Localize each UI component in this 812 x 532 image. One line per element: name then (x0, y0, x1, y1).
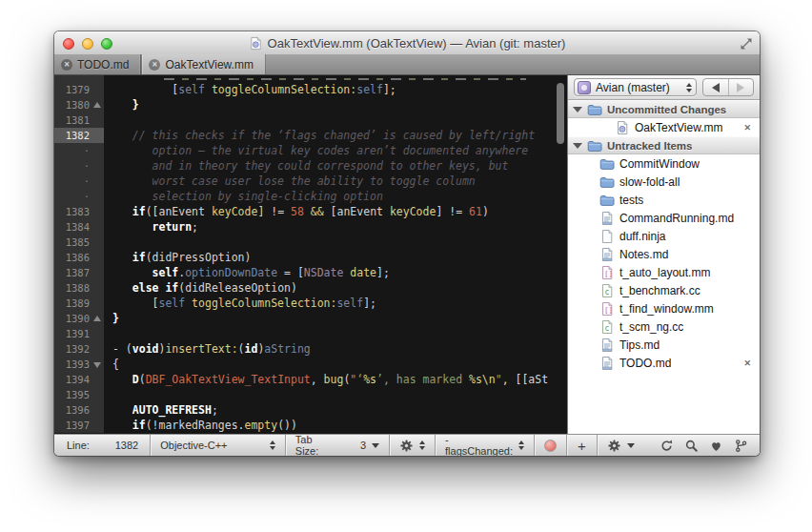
branch-selector-popup[interactable]: Avian (master) (574, 78, 697, 96)
refresh-button[interactable] (660, 439, 674, 453)
code-text[interactable] (104, 326, 567, 341)
tab-close-icon[interactable]: ✕ (61, 59, 72, 71)
gutter-line-number: 1389 (54, 296, 104, 311)
code-text[interactable]: option — the virtual key codes aren’t do… (104, 143, 567, 158)
favorites-heart-button[interactable] (709, 439, 723, 453)
list-item-t-auto-layout-mm[interactable]: []t_auto_layout.mm (568, 263, 760, 281)
file-status-list: Uncommitted ChangesOakTextView.mm✕Untrac… (568, 100, 760, 434)
list-item-oaktextview-mm[interactable]: OakTextView.mm✕ (568, 118, 760, 136)
gutter-line-number: 1395 (54, 387, 104, 402)
editor-scrollbar-thumb[interactable] (557, 83, 564, 144)
macro-recording (535, 435, 566, 456)
item-label: CommandRunning.md (619, 212, 734, 225)
list-item-t-benchmark-cc[interactable]: ct_benchmark.cc (568, 281, 760, 299)
code-line: 1386 if(didPressOption) (54, 250, 567, 265)
code-text[interactable]: self.optionDownDate = [NSDate date]; (104, 265, 567, 280)
code-text[interactable]: - (void)insertText:(id)aString (104, 341, 567, 357)
repository-icon (578, 81, 591, 94)
code-text[interactable] (104, 387, 567, 402)
tab-size-selector[interactable]: Tab Size: 3 (286, 435, 389, 456)
title-bar[interactable]: OakTextView.mm (OakTextView) — Avian (gi… (54, 31, 760, 54)
code-text[interactable]: return; (104, 219, 567, 235)
code-text[interactable]: worst case user lose the ability to togg… (104, 174, 567, 189)
bundle-actions-selector[interactable] (390, 435, 435, 456)
code-line: 1397 if(!markedRanges.empty()) (54, 418, 567, 433)
gutter-wrap-dot: · (54, 174, 104, 189)
code-line: 1382 // this checks if the ‘flags change… (54, 128, 567, 143)
list-item-t-find-window-mm[interactable]: []t_find_window.mm (568, 299, 760, 317)
gutter-line-number: 1379 (54, 82, 104, 97)
tab-oaktextview-mm[interactable]: ✕ OakTextView.mm (141, 54, 265, 74)
code-text[interactable]: { (104, 357, 567, 372)
code-text[interactable]: } (104, 311, 567, 326)
code-text[interactable]: selection by single-clicking option (104, 189, 567, 204)
folder-icon (599, 174, 615, 190)
code-text[interactable]: else if(didReleaseOption) (104, 280, 567, 296)
minimize-window-button[interactable] (82, 38, 93, 50)
code-text[interactable]: if(didPressOption) (104, 250, 567, 265)
code-text[interactable]: D(DBF_OakTextView_TextInput, bug("‘%s’, … (104, 372, 567, 387)
disclosure-triangle-icon[interactable] (573, 143, 582, 149)
item-label: CommitWindow (619, 157, 700, 171)
list-item-commitwindow[interactable]: CommitWindow (568, 154, 760, 173)
group-header-uncommitted-changes[interactable]: Uncommitted Changes (568, 100, 760, 118)
gutter-line-number: 1397 (54, 418, 104, 433)
traffic-lights (63, 38, 112, 50)
sidebar-actions-button[interactable] (598, 435, 644, 456)
list-item-duff-ninja[interactable]: duff.ninja (568, 227, 760, 245)
search-button[interactable] (684, 439, 699, 453)
forward-arrow-icon (737, 83, 744, 92)
code-text[interactable]: and in theory they could correspond to o… (104, 158, 567, 174)
close-icon[interactable]: ✕ (743, 123, 751, 133)
gutter-line-number: 1392 (54, 341, 104, 357)
code-text[interactable]: AUTO_REFRESH; (104, 402, 567, 418)
folder-icon (587, 102, 602, 117)
fold-marker-icon[interactable] (93, 316, 101, 321)
line-label: Line: (67, 440, 90, 451)
item-label: slow-fold-all (619, 175, 680, 189)
disclosure-triangle-icon[interactable] (573, 107, 582, 113)
clipped-line (54, 75, 567, 82)
git-branch-button[interactable] (734, 439, 748, 453)
group-header-untracked-items[interactable]: Untracked Items (568, 136, 760, 154)
code-text[interactable]: [self toggleColumnSelection:self]; (104, 82, 567, 97)
record-macro-button[interactable] (544, 440, 557, 452)
code-text[interactable]: // this checks if the ‘flags changed’ is… (104, 128, 567, 143)
code-text[interactable] (104, 113, 567, 128)
chevron-down-icon (627, 443, 635, 448)
gear-icon (399, 439, 414, 453)
list-item-slow-fold-all[interactable]: slow-fold-all (568, 173, 760, 191)
gear-icon (607, 439, 621, 453)
back-button[interactable] (703, 79, 729, 95)
code-text[interactable]: if(!markedRanges.empty()) (104, 418, 567, 433)
code-text[interactable]: if([anEvent keyCode] != 58 && [anEvent k… (104, 204, 567, 219)
item-label: t_auto_layout.mm (619, 266, 710, 279)
zoom-window-button[interactable] (101, 38, 112, 50)
code-editor[interactable]: 1379 [self toggleColumnSelection:self];1… (54, 75, 567, 434)
tab-close-icon[interactable]: ✕ (149, 59, 160, 71)
fullscreen-icon[interactable] (740, 37, 753, 51)
add-item-button[interactable]: + (567, 436, 597, 456)
code-text[interactable] (104, 235, 567, 250)
close-icon[interactable]: ✕ (743, 358, 751, 368)
close-window-button[interactable] (63, 38, 74, 50)
list-item-t-scm-ng-cc[interactable]: ct_scm_ng.cc (568, 317, 760, 336)
list-item-notes-md[interactable]: Notes.md (568, 245, 760, 263)
list-item-tests[interactable]: tests (568, 191, 760, 209)
gutter-line-number: 1388 (54, 280, 104, 296)
list-item-todo-md[interactable]: TODO.md✕ (568, 354, 760, 372)
list-item-tips-md[interactable]: Tips.md (568, 336, 760, 354)
list-item-commandrunning-md[interactable]: CommandRunning.md (568, 209, 760, 227)
symbol-selector[interactable]: - flagsChanged: (436, 435, 534, 456)
code-line: 1392- (void)insertText:(id)aString (54, 341, 567, 357)
md-file-icon (599, 247, 615, 262)
fold-marker-icon[interactable] (93, 102, 101, 108)
code-text[interactable]: [self toggleColumnSelection:self]; (104, 296, 567, 311)
forward-button[interactable] (729, 79, 754, 95)
gutter-line-number: 1390 (54, 311, 104, 326)
md-file-icon (599, 356, 615, 371)
fold-marker-icon[interactable] (93, 362, 101, 368)
tab-todo-md[interactable]: ✕ TODO.md (54, 54, 141, 74)
code-text[interactable]: } (104, 97, 567, 113)
language-selector[interactable]: Objective-C++ (151, 435, 285, 456)
